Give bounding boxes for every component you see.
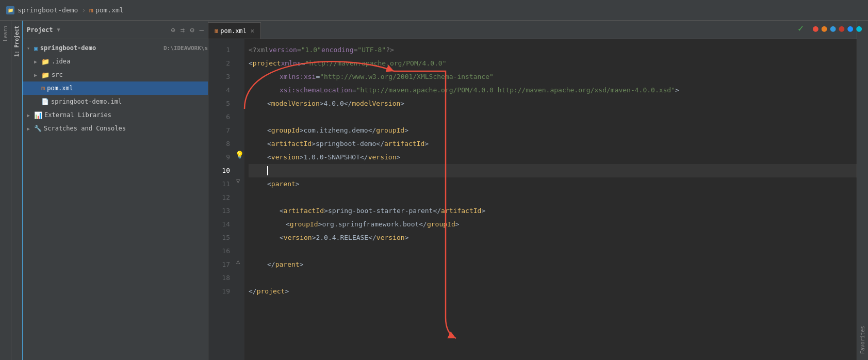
code-line-11: < parent > bbox=[249, 177, 857, 191]
tree-arrow-extlibs: ▶ bbox=[27, 112, 34, 118]
code-line-6 bbox=[249, 110, 857, 124]
maven-pom-icon: m bbox=[41, 85, 45, 92]
edge-icon[interactable]: ● bbox=[847, 23, 853, 34]
src-label: src bbox=[52, 71, 208, 78]
tree-item-src[interactable]: ▶ 📁 src bbox=[23, 68, 208, 81]
tree-item-idea[interactable]: ▶ 📁 .idea bbox=[23, 55, 208, 68]
tree-item-root[interactable]: ▾ ▣ springboot-demo D:\IDEAWORK\s bbox=[23, 41, 208, 55]
project-panel: Project ▼ ⊕ ⇉ ⚙ — ▾ ▣ springboot-demo D:… bbox=[23, 21, 208, 360]
learn-label[interactable]: Learn bbox=[3, 26, 8, 41]
gutter: 💡 ▽ △ bbox=[234, 39, 244, 360]
check-mark-icon: ✓ bbox=[798, 23, 804, 34]
tree-arrow-idea: ▶ bbox=[34, 59, 41, 64]
title-bar: 📁 springboot-demo › m pom.xml bbox=[0, 0, 868, 21]
code-line-14: < groupId > org.springframework.boot </ … bbox=[249, 218, 857, 231]
tree-arrow-iml: ▶ bbox=[34, 99, 41, 105]
root-label: springboot-demo bbox=[40, 44, 161, 52]
favorites-label[interactable]: Favorites bbox=[860, 326, 865, 354]
project-sidebar-tab[interactable]: 1: Project bbox=[11, 21, 23, 360]
title-maven-icon: m bbox=[89, 6, 93, 14]
code-line-15: < version > 2.0.4.RELEASE </ version > bbox=[249, 231, 857, 244]
editor-content: 1 2 3 4 5 6 7 8 9 10 11 12 13 14 15 16 1 bbox=[208, 39, 857, 360]
firefox-icon[interactable]: ● bbox=[822, 23, 827, 34]
extlibs-label: External Libraries bbox=[44, 111, 208, 119]
scratches-icon: 🔧 bbox=[34, 125, 42, 132]
pomxml-label: pom.xml bbox=[47, 85, 208, 92]
tree-item-extlibs[interactable]: ▶ 📊 External Libraries bbox=[23, 108, 208, 122]
tree-arrow-src: ▶ bbox=[34, 72, 41, 78]
folder-idea-icon: 📁 bbox=[41, 58, 50, 66]
panel-dropdown-arrow[interactable]: ▼ bbox=[57, 27, 60, 32]
chrome-icon[interactable]: ● bbox=[813, 23, 818, 34]
browser-icons-bar: ✓ ● ● ● ● ● ● bbox=[798, 23, 857, 34]
extlibs-icon: 📊 bbox=[34, 111, 42, 119]
line-numbers: 1 2 3 4 5 6 7 8 9 10 11 12 13 14 15 16 1 bbox=[208, 39, 234, 360]
tab-close-button[interactable]: × bbox=[251, 27, 254, 35]
tree-item-pomxml[interactable]: ▶ m pom.xml bbox=[23, 81, 208, 95]
settings-icon[interactable]: ⚙ bbox=[190, 26, 194, 34]
code-line-18 bbox=[249, 271, 857, 285]
text-cursor bbox=[267, 166, 268, 175]
opera-icon[interactable]: ● bbox=[839, 23, 844, 34]
code-line-9: < version > 1.0.0-SNAPSHOT </ version > bbox=[249, 151, 857, 164]
code-line-3: xmlns:xsi = "http://www.w3.org/2001/XMLS… bbox=[249, 70, 857, 84]
scratches-label: Scratches and Consoles bbox=[44, 125, 208, 132]
folder-src-icon: 📁 bbox=[41, 71, 50, 79]
tree-item-scratches[interactable]: ▶ 🔧 Scratches and Consoles bbox=[23, 122, 208, 135]
code-line-10 bbox=[249, 164, 857, 177]
tree-arrow-pom: ▶ bbox=[34, 86, 41, 91]
editor-area: ✓ ● ● ● ● ● ● m pom.xml × 1 bbox=[208, 21, 857, 360]
module-icon: ▣ bbox=[34, 44, 38, 52]
ie-icon[interactable]: ● bbox=[856, 23, 857, 34]
project-panel-header: Project ▼ ⊕ ⇉ ⚙ — bbox=[23, 21, 208, 39]
tab-maven-icon: m bbox=[215, 27, 218, 35]
project-folder-icon: 📁 bbox=[6, 6, 14, 14]
bulb-icon[interactable]: 💡 bbox=[235, 151, 244, 159]
code-line-13: < artifactId > spring-boot-starter-paren… bbox=[249, 204, 857, 218]
tree-arrow-scratches: ▶ bbox=[27, 126, 34, 132]
root-path: D:\IDEAWORK\s bbox=[163, 45, 208, 52]
tab-filename: pom.xml bbox=[220, 27, 247, 35]
code-line-1: <?xml version = "1.0" encoding = "UTF-8"… bbox=[249, 43, 857, 57]
code-line-7: < groupId > com.itzheng.demo </ groupId … bbox=[249, 124, 857, 137]
code-line-12 bbox=[249, 191, 857, 204]
favorites-strip: Favorites bbox=[857, 21, 868, 360]
idea-label: .idea bbox=[52, 58, 208, 65]
code-line-16 bbox=[249, 244, 857, 258]
learn-strip: Learn bbox=[0, 21, 11, 360]
fold-close-icon[interactable]: △ bbox=[236, 258, 240, 265]
panel-header-icons: ⊕ ⇉ ⚙ — bbox=[171, 26, 204, 34]
iml-icon: 📄 bbox=[41, 98, 49, 105]
tab-pomxml[interactable]: m pom.xml × bbox=[208, 22, 261, 39]
code-line-2: < project xmlns = "http://maven.apache.o… bbox=[249, 57, 857, 70]
fold-icon[interactable]: ▽ bbox=[236, 177, 240, 185]
tree-arrow-root: ▾ bbox=[27, 45, 34, 51]
project-tab-label[interactable]: 1: Project bbox=[14, 26, 20, 57]
code-line-19: </ project > bbox=[249, 285, 857, 298]
code-line-8: < artifactId > springboot-demo </ artifa… bbox=[249, 137, 857, 151]
panel-title: Project bbox=[27, 26, 53, 34]
title-file-name: pom.xml bbox=[95, 6, 124, 14]
tree-item-iml[interactable]: ▶ 📄 springboot-demo.iml bbox=[23, 95, 208, 108]
title-project-name: springboot-demo bbox=[18, 6, 78, 14]
code-area[interactable]: <?xml version = "1.0" encoding = "UTF-8"… bbox=[244, 39, 857, 360]
code-line-4: xsi:schemaLocation = "http://maven.apach… bbox=[249, 84, 857, 97]
close-panel-icon[interactable]: — bbox=[200, 26, 204, 34]
collapse-icon[interactable]: ⇉ bbox=[181, 26, 185, 34]
project-tree: ▾ ▣ springboot-demo D:\IDEAWORK\s ▶ 📁 .i… bbox=[23, 39, 208, 360]
tab-bar: m pom.xml × bbox=[208, 21, 857, 39]
iml-label: springboot-demo.iml bbox=[51, 98, 208, 105]
code-line-17: </ parent > bbox=[249, 258, 857, 271]
title-separator: › bbox=[81, 5, 86, 15]
code-line-5: < modelVersion > 4.0.0 </ modelVersion > bbox=[249, 97, 857, 110]
safari-icon[interactable]: ● bbox=[830, 23, 836, 34]
locate-icon[interactable]: ⊕ bbox=[171, 26, 175, 34]
